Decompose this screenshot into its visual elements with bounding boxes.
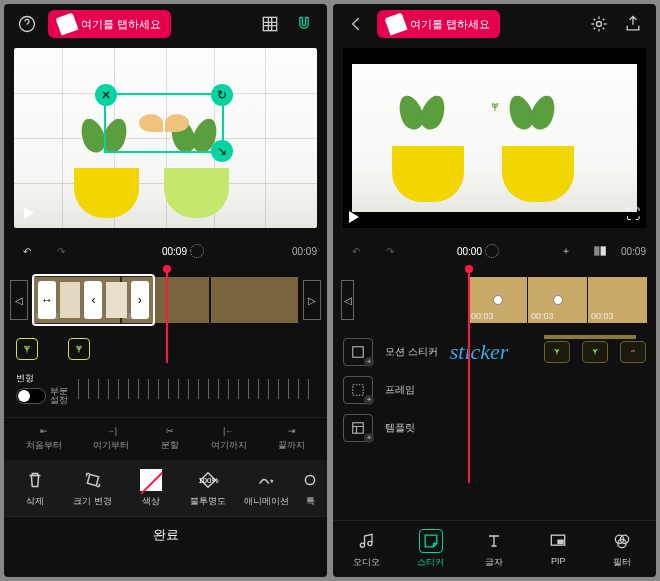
clip-thumb[interactable]: 00:03 xyxy=(588,277,648,323)
frame-icon[interactable]: + xyxy=(343,376,373,404)
overlay-chip[interactable] xyxy=(544,341,570,363)
template-label: 템플릿 xyxy=(385,421,415,435)
help-icon[interactable] xyxy=(14,11,40,37)
move-handle-icon[interactable]: ↔ xyxy=(38,281,56,319)
overlay-track xyxy=(4,330,327,364)
current-time: 00:00 xyxy=(457,246,482,257)
scale-handle-icon[interactable]: ↘ xyxy=(211,140,233,162)
add-icon[interactable]: ＋ xyxy=(553,238,579,264)
tooltip-tap-here: 여기를 탭하세요 xyxy=(48,10,171,38)
sticker-birds xyxy=(139,114,189,132)
svg-rect-11 xyxy=(558,540,563,543)
preview-canvas[interactable]: ⛶ xyxy=(343,48,646,228)
play-button[interactable] xyxy=(339,202,369,232)
svg-rect-8 xyxy=(353,385,364,396)
svg-rect-7 xyxy=(353,347,364,358)
timeline-header: ↶ ↷ 00:00 ＋ 00:09 xyxy=(333,232,656,270)
tab-audio[interactable]: 오디오 xyxy=(340,529,394,569)
undo-icon[interactable]: ↶ xyxy=(14,238,40,264)
animation-button[interactable]: 애니메이션 xyxy=(239,468,293,508)
transform-label: 변형 xyxy=(16,372,68,385)
transition-dot-icon[interactable] xyxy=(553,295,563,305)
clip-thumb[interactable]: 00:03 xyxy=(468,277,528,323)
clip-focus[interactable]: ↔ ‹ › xyxy=(32,274,155,326)
playhead[interactable] xyxy=(468,269,470,483)
prev-clip-button[interactable]: ◁ xyxy=(341,280,354,320)
svg-point-4 xyxy=(597,22,602,27)
svg-rect-1 xyxy=(263,17,276,30)
total-time: 00:09 xyxy=(621,246,646,257)
clip-thumb[interactable]: 00:03 xyxy=(528,277,588,323)
prev-clip-button[interactable]: ◁ xyxy=(10,280,28,320)
frame-label: 프레임 xyxy=(385,383,415,397)
editor-screen-overlay: 여기를 탭하세요 ✕ ↻ ↘ ↶ ↷ xyxy=(4,4,327,577)
sticker-chip[interactable] xyxy=(16,338,38,360)
magnet-icon[interactable] xyxy=(291,11,317,37)
tab-sticker[interactable]: 스티커 xyxy=(404,529,458,569)
loop-icon[interactable] xyxy=(190,244,204,258)
hand-icon xyxy=(55,12,78,35)
trim-tools: ⇤처음부터 →|여기부터 ✂분할 |←여기까지 ⇥끝까지 xyxy=(4,417,327,460)
aspect-icon[interactable] xyxy=(587,238,613,264)
bottom-tabs: 오디오 스티커 글자 PIP 필터 xyxy=(333,520,656,577)
partial-label: 부분 설정 xyxy=(50,387,68,405)
motion-sticker-label: 모션 스티커 xyxy=(385,345,438,359)
more-button[interactable]: 특 xyxy=(297,468,323,508)
settings-icon[interactable] xyxy=(586,11,612,37)
fullscreen-icon[interactable]: ⛶ xyxy=(626,206,640,222)
sticker-chip[interactable] xyxy=(68,338,90,360)
svg-rect-2 xyxy=(87,474,98,485)
top-toolbar: 여기를 탭하세요 xyxy=(4,4,327,44)
motion-sticker-icon[interactable]: + xyxy=(343,338,373,366)
back-icon[interactable] xyxy=(343,11,369,37)
split-button[interactable]: ✂분할 xyxy=(161,426,179,452)
preview-canvas[interactable]: ✕ ↻ ↘ xyxy=(14,48,317,228)
transition-dot-icon[interactable] xyxy=(493,295,503,305)
tab-filter[interactable]: 필터 xyxy=(595,529,649,569)
clip-region[interactable]: 00:03 00:03 ↔ ‹ › xyxy=(32,277,299,323)
color-button[interactable]: 색상 xyxy=(124,468,178,508)
delete-button[interactable]: 삭제 xyxy=(8,468,62,508)
resize-button[interactable]: 크기 변경 xyxy=(66,468,120,508)
trim-to-here[interactable]: |←여기까지 xyxy=(211,426,247,452)
tab-text[interactable]: 글자 xyxy=(467,529,521,569)
redo-icon[interactable]: ↷ xyxy=(48,238,74,264)
rotate-icon[interactable]: ↻ xyxy=(211,84,233,106)
ruler-ticks xyxy=(78,379,315,399)
timeline-clips[interactable]: 00:03 00:03 00:03 xyxy=(468,277,648,323)
svg-rect-9 xyxy=(353,423,364,434)
timeline-strip: ◁ 00:03 00:03 ↔ ‹ › ▷ xyxy=(4,270,327,330)
grid-icon[interactable] xyxy=(257,11,283,37)
next-clip-button[interactable]: ▷ xyxy=(303,280,321,320)
redo-icon[interactable]: ↷ xyxy=(377,238,403,264)
trim-to-end[interactable]: ⇥끝까지 xyxy=(278,426,305,452)
selection-box[interactable]: ✕ ↻ ↘ xyxy=(104,93,224,153)
tooltip-tap-here: 여기를 탭하세요 xyxy=(377,10,500,38)
layer-panel: + 모션 스티커 sticker + 프레임 + 템플릿 xyxy=(333,330,656,450)
top-toolbar: 여기를 탭하세요 xyxy=(333,4,656,44)
tab-pip[interactable]: PIP xyxy=(531,529,585,569)
trim-from-here[interactable]: →|여기부터 xyxy=(93,426,129,452)
trim-from-start[interactable]: ⇤처음부터 xyxy=(26,426,62,452)
handle-left-icon[interactable]: ‹ xyxy=(84,281,102,319)
edit-tools: 삭제 크기 변경 색상 100%불투명도 애니메이션 특 xyxy=(4,460,327,516)
overlay-chip[interactable] xyxy=(582,341,608,363)
opacity-button[interactable]: 100%불투명도 xyxy=(181,468,235,508)
svg-point-3 xyxy=(305,475,314,484)
handle-right-icon[interactable]: › xyxy=(131,281,149,319)
undo-icon[interactable]: ↶ xyxy=(343,238,369,264)
close-icon[interactable]: ✕ xyxy=(95,84,117,106)
hand-icon xyxy=(384,12,407,35)
editor-screen-main: 여기를 탭하세요 ⛶ ↶ ↷ 00:00 ＋ 00:09 xyxy=(333,4,656,577)
done-button[interactable]: 완료 xyxy=(4,516,327,552)
play-button[interactable] xyxy=(14,198,44,228)
export-icon[interactable] xyxy=(620,11,646,37)
sticker-sprout-tiny xyxy=(487,99,503,117)
current-time: 00:09 xyxy=(162,246,187,257)
template-icon[interactable]: + xyxy=(343,414,373,442)
svg-rect-5 xyxy=(594,246,599,255)
svg-rect-6 xyxy=(601,246,606,255)
overlay-chip[interactable] xyxy=(620,341,646,363)
partial-toggle[interactable] xyxy=(16,388,46,404)
loop-icon[interactable] xyxy=(485,244,499,258)
